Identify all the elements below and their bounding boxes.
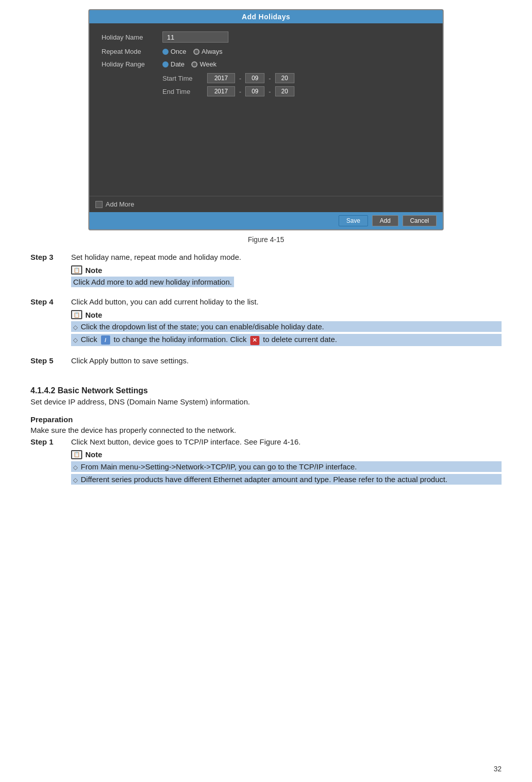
range-date-label: Date	[171, 60, 184, 68]
prep-heading: Preparation	[30, 415, 502, 424]
dialog-footer: Add More	[89, 196, 443, 212]
end-time-row: End Time - -	[162, 86, 430, 96]
dialog-title: Add Holidays	[89, 10, 443, 23]
save-button[interactable]: Save	[339, 215, 368, 226]
add-holidays-dialog: Add Holidays Holiday Name Repeat Mode On…	[88, 9, 444, 230]
end-time-label: End Time	[162, 88, 203, 95]
start-year-input[interactable]	[207, 73, 235, 83]
prep-note-heading: Note	[85, 450, 102, 459]
start-day-input[interactable]	[275, 73, 294, 83]
note4-bullets: ◇ Click the dropdown list of the state; …	[71, 321, 502, 346]
holiday-range-label: Holiday Range	[102, 60, 162, 68]
repeat-mode-group: Once Always	[162, 48, 222, 55]
note3-header: 📋 Note	[71, 265, 502, 275]
note4-header: 📋 Note	[71, 310, 502, 319]
step3-note: 📋 Note Click Add more to add new holiday…	[71, 265, 502, 287]
delete-icon: ✕	[250, 336, 259, 345]
note4-heading: Note	[85, 311, 102, 319]
prep-note-bullets: ◇ From Main menu->Setting->Network->TCP/…	[71, 461, 502, 485]
repeat-once-option[interactable]: Once	[162, 48, 186, 55]
holiday-name-label: Holiday Name	[102, 33, 162, 41]
diamond-icon-4: ◇	[73, 477, 78, 484]
edit-icon: /	[101, 335, 110, 345]
prep-bullet2-text: Different series products have different…	[81, 475, 447, 484]
main-content: Step 3 Set holiday name, repeat mode and…	[0, 253, 532, 485]
range-week-label: Week	[200, 60, 216, 68]
prep-step1-text: Click Next button, device goes to TCP/IP…	[71, 437, 502, 446]
step4-note: 📋 Note ◇ Click the dropdown list of the …	[71, 310, 502, 346]
diamond-icon-2: ◇	[73, 336, 78, 344]
prep-step1-label: Step 1	[30, 437, 71, 446]
repeat-always-option[interactable]: Always	[193, 48, 222, 55]
note4-bullet1: ◇ Click the dropdown list of the state; …	[71, 321, 502, 332]
diamond-icon-1: ◇	[73, 324, 78, 331]
end-day-input[interactable]	[275, 86, 294, 96]
holiday-range-group: Date Week	[162, 60, 216, 68]
range-week-option[interactable]: Week	[191, 60, 216, 68]
holiday-range-row: Holiday Range Date Week	[102, 60, 430, 68]
start-month-input[interactable]	[245, 73, 264, 83]
repeat-mode-row: Repeat Mode Once Always	[102, 48, 430, 55]
holiday-name-row: Holiday Name	[102, 31, 430, 43]
repeat-always-label: Always	[202, 48, 222, 55]
repeat-mode-label: Repeat Mode	[102, 48, 162, 55]
add-more-checkbox[interactable]	[95, 201, 103, 208]
diamond-icon-3: ◇	[73, 464, 78, 471]
note3-icon: 📋	[71, 265, 82, 275]
add-more-label[interactable]: Add More	[95, 200, 134, 208]
range-date-radio[interactable]	[162, 61, 169, 67]
prep-note: 📋 Note ◇ From Main menu->Setting->Networ…	[71, 450, 502, 485]
add-more-text: Add More	[106, 200, 134, 208]
step3-text: Set holiday name, repeat mode and holida…	[71, 253, 502, 261]
prep-text: Make sure the device has properly connec…	[30, 426, 502, 434]
add-button[interactable]: Add	[372, 215, 398, 226]
note4-bullet1-text: Click the dropdown list of the state; yo…	[81, 322, 324, 331]
holiday-name-input[interactable]	[162, 31, 228, 43]
figure-caption: Figure 4-15	[248, 235, 284, 244]
note4-bullet2: ◇ Click / to change the holiday informat…	[71, 334, 502, 346]
step4-row: Step 4 Click Add button, you can add cur…	[30, 297, 502, 306]
prep-note-icon: 📋	[71, 450, 82, 459]
prep-bullet1-text: From Main menu->Setting->Network->TCP/IP…	[81, 462, 357, 471]
figure-area: Add Holidays Holiday Name Repeat Mode On…	[30, 9, 502, 253]
prep-bullet1: ◇ From Main menu->Setting->Network->TCP/…	[71, 461, 502, 472]
section-heading: 4.1.4.2 Basic Network Settings	[30, 386, 502, 395]
step4-label: Step 4	[30, 297, 71, 306]
end-year-input[interactable]	[207, 86, 235, 96]
start-time-row: Start Time - -	[162, 73, 430, 83]
repeat-once-radio[interactable]	[162, 49, 169, 55]
prep-step1-row: Step 1 Click Next button, device goes to…	[30, 437, 502, 446]
step3-row: Step 3 Set holiday name, repeat mode and…	[30, 253, 502, 261]
dialog-action-bar: Save Add Cancel	[89, 212, 443, 229]
step4-text: Click Add button, you can add current ho…	[71, 297, 502, 306]
range-week-radio[interactable]	[191, 61, 197, 67]
step5-label: Step 5	[30, 356, 71, 365]
range-date-option[interactable]: Date	[162, 60, 184, 68]
section-desc: Set device IP address, DNS (Domain Name …	[30, 397, 502, 406]
cancel-button[interactable]: Cancel	[403, 215, 437, 226]
end-month-input[interactable]	[245, 86, 264, 96]
step5-text: Click Apply button to save settings.	[71, 356, 502, 365]
page-number: 32	[493, 765, 502, 773]
step3-note-text: Click Add more to add new holiday inform…	[71, 277, 234, 287]
dialog-body: Holiday Name Repeat Mode Once Always	[89, 23, 443, 196]
prep-bullet2: ◇ Different series products have differe…	[71, 474, 502, 485]
date-range-section: Start Time - - End Time - -	[162, 73, 430, 96]
repeat-once-label: Once	[171, 48, 186, 55]
note4-icon: 📋	[71, 310, 82, 319]
step5-row: Step 5 Click Apply button to save settin…	[30, 356, 502, 365]
note3-heading: Note	[85, 266, 102, 275]
repeat-always-radio[interactable]	[193, 49, 200, 55]
prep-note-header: 📋 Note	[71, 450, 502, 459]
note4-bullet2-text: Click / to change the holiday informatio…	[81, 335, 337, 345]
start-time-label: Start Time	[162, 75, 203, 82]
step3-label: Step 3	[30, 253, 71, 261]
